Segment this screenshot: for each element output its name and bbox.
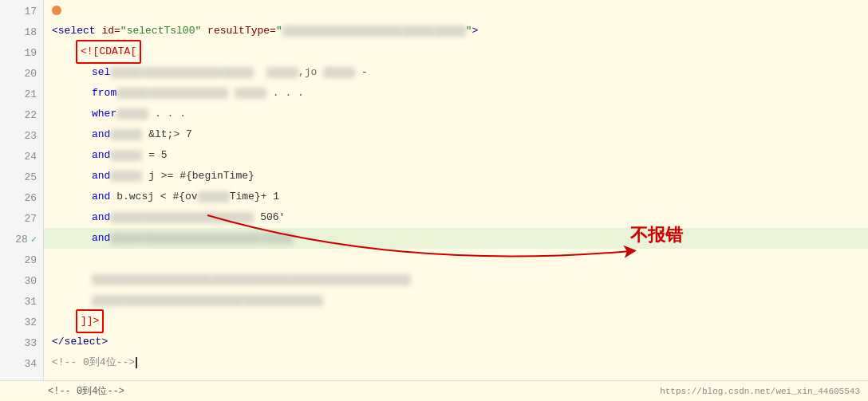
line-num-17: 17 <box>0 2 43 22</box>
line-num-31: 31 <box>0 292 43 313</box>
blurred-wher1: x <box>116 108 148 120</box>
blurred-30a: x <box>92 274 211 285</box>
blurred-joo: x <box>266 67 298 78</box>
blurred-and6c: x <box>262 233 294 244</box>
comment-text: <!-- 0到4位--> <box>52 352 135 373</box>
and4-end: Time}+ 1 <box>230 187 279 207</box>
no-error-label: 不报错 <box>630 223 683 247</box>
line-num-20: 20 <box>0 64 43 85</box>
line-num-25: 25 <box>0 167 43 188</box>
code-line-34: <!-- 0到4位--> <box>44 352 868 373</box>
blurred-sel1: x <box>110 67 142 78</box>
and2-op: = 5 <box>142 145 167 166</box>
line-num-18: 18 <box>0 22 43 43</box>
line-num-34: 34 <box>0 354 43 375</box>
bottom-bar-left: <!-- 0到4位--> <box>0 384 124 398</box>
wher-keyword: wher <box>92 104 116 124</box>
result-attr: resultType= <box>207 21 276 41</box>
cdata-close-text: ]]> <box>81 315 99 327</box>
code-area: <select id="selectTsl00" resultType=" bl… <box>44 0 868 401</box>
line-num-19: 19 <box>0 43 43 64</box>
code-line-26: and b.wcsj < #{ovxTime}+ 1 <box>44 187 868 207</box>
blurred-and4: x <box>198 191 230 202</box>
code-line-29 <box>44 249 868 269</box>
blurred-and1: x <box>110 129 142 140</box>
from-keyword: from <box>92 83 116 104</box>
cdata-open-text: <![CDATA[ <box>81 45 136 57</box>
line-num-29: 29 <box>0 250 43 271</box>
line-num-30: 30 <box>0 271 43 292</box>
code-line-22: wher x . . . <box>44 104 868 124</box>
csdn-url: https://blog.csdn.net/wei_xin_44605543 <box>660 387 860 396</box>
blurred-and6a: x <box>110 233 142 244</box>
code-line-28: and x x x <box>44 228 868 249</box>
and1-keyword: and <box>92 124 110 145</box>
code-line-33: </select> <box>44 332 868 352</box>
line-num-21: 21 <box>0 85 43 105</box>
select-tag-open: < <box>52 21 58 41</box>
cdata-close-box: ]]> <box>76 309 104 333</box>
sel-comma <box>254 62 266 83</box>
quote-close: " <box>466 21 472 41</box>
line-num-23: 23 <box>0 126 43 147</box>
select-tag-close: > <box>472 21 479 41</box>
line-num-32: 32 <box>0 313 43 333</box>
line-num-33: 33 <box>0 333 43 354</box>
space2 <box>201 21 207 41</box>
id-attr: id= <box>101 21 120 41</box>
cursor-blink <box>136 357 137 368</box>
from-dot: . . . <box>266 83 304 104</box>
blurred-and3: x <box>110 171 142 182</box>
blurred-30b: x <box>211 274 291 285</box>
code-line-17 <box>44 0 868 21</box>
and4-content: b.wcsj < #{ov <box>110 187 197 207</box>
code-line-20: sel x x x x ,jo x - <box>44 62 868 83</box>
select-keyword: select <box>58 21 96 41</box>
code-line-23: and x &lt;> 7 <box>44 124 868 145</box>
code-line-19: <![CDATA[ <box>44 41 868 62</box>
blurred-sel2: x <box>142 67 222 78</box>
code-line-30: x x x <box>44 269 868 290</box>
blurred-30c: x <box>291 274 411 285</box>
line-num-22: 22 <box>0 105 43 126</box>
and6-keyword: and <box>92 228 110 249</box>
and3-op: j >= #{beginTime} <box>142 166 254 187</box>
editor-area: 17 18 19 20 21 22 23 24 25 26 27 28✓ 29 … <box>0 0 868 401</box>
and4-keyword: and <box>92 187 110 207</box>
blurred-extra2: b <box>434 26 466 37</box>
code-line-25: and x j >= #{beginTime} <box>44 166 868 187</box>
comment-bottom: <!-- 0到4位--> <box>48 386 124 397</box>
line-num-27: 27 <box>0 209 43 230</box>
bottom-bar: <!-- 0到4位--> https://blog.csdn.net/wei_x… <box>0 380 868 401</box>
from-comma <box>228 83 235 104</box>
blurred-31a: x <box>92 295 124 306</box>
blurred-from3: x <box>235 88 266 99</box>
code-line-32: ]]> <box>44 311 868 332</box>
line-num-24: 24 <box>0 147 43 167</box>
blurred-and5a: x <box>110 212 142 223</box>
blurred-from2: x <box>148 88 228 99</box>
blurred-from1: x <box>116 88 148 99</box>
blurred-and5c: x <box>222 212 254 223</box>
blurred-extra1: b <box>402 26 434 37</box>
blurred-and6b: x <box>142 233 262 244</box>
and5-end: 506' <box>254 207 285 228</box>
code-line-24: and x = 5 <box>44 145 868 166</box>
line-num-26: 26 <box>0 188 43 209</box>
sel-alias: ,jo <box>298 62 323 83</box>
id-val: "selectTsl00" <box>120 21 201 41</box>
line-num-28: 28✓ <box>0 230 43 250</box>
bottom-bar-right: https://blog.csdn.net/wei_xin_44605543 <box>660 387 868 396</box>
blurred-and2: x <box>110 150 142 161</box>
result-val: " <box>276 21 282 41</box>
code-line-18: <select id="selectTsl00" resultType=" bl… <box>44 21 868 41</box>
and5-keyword: and <box>92 207 110 228</box>
code-line-21: from x x x . . . <box>44 83 868 104</box>
wher-dots: . . . <box>148 104 186 124</box>
and3-keyword: and <box>92 166 110 187</box>
and2-keyword: and <box>92 145 110 166</box>
blurred-31c: x <box>243 295 323 306</box>
space1 <box>96 21 102 41</box>
blurred-sel3: x <box>222 67 254 78</box>
and1-op: &lt;> 7 <box>142 124 191 145</box>
